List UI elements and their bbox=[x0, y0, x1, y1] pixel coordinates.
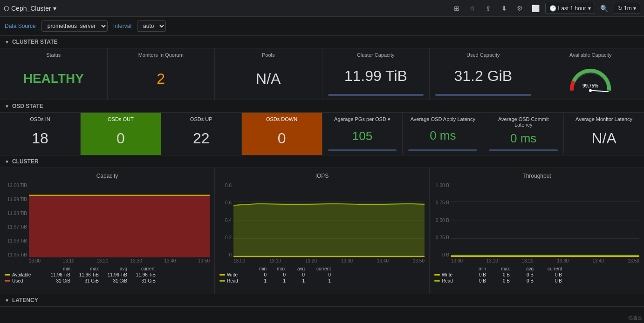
used-capacity-title: Used Capacity bbox=[435, 52, 531, 58]
iops-write-current: 0 bbox=[305, 272, 331, 277]
search-icon[interactable]: 🔍 bbox=[598, 2, 611, 15]
cap-used-label: Used bbox=[5, 278, 42, 283]
datasource-label: Data Source bbox=[5, 23, 36, 29]
latency-label: LATENCY bbox=[12, 297, 38, 303]
iops-leg-cur-hdr: current bbox=[305, 266, 331, 271]
iops-y-axis: 0.8 0.6 0.4 0.2 0 bbox=[219, 183, 233, 257]
throughput-y2: 0.25 B bbox=[434, 235, 449, 240]
tput-read-dot bbox=[434, 280, 440, 282]
avg-osd-commit-value: 0 ms bbox=[489, 131, 558, 146]
avg-pgs-card: Agerage PGs per OSD ▾ 105 bbox=[322, 113, 403, 155]
iops-read-max: 1 bbox=[267, 278, 286, 283]
tput-read-avg: 0 B bbox=[510, 278, 534, 283]
used-capacity-card: Used Capacity 31.2 GiB bbox=[430, 48, 537, 100]
cap-avail-label: Available bbox=[5, 272, 42, 277]
throughput-x-axis: 13:00 13:10 13:20 13:30 13:40 13:50 bbox=[434, 258, 639, 263]
cap-leg-cur-hdr: current bbox=[128, 266, 156, 271]
cluster-name[interactable]: ⬡ Ceph_Cluster ▾ bbox=[4, 5, 56, 12]
cap-avail-text: Available bbox=[12, 272, 31, 277]
osds-out-title: OSDs OUT bbox=[86, 116, 155, 122]
cluster-capacity-value: 11.99 TiB bbox=[328, 61, 424, 90]
refresh-icon: ↻ bbox=[618, 5, 623, 12]
status-value: HEALTHY bbox=[6, 61, 102, 96]
capacity-y2: 11.96 TiB bbox=[5, 238, 27, 243]
svg-marker-15 bbox=[233, 204, 425, 257]
share-icon[interactable]: ⇪ bbox=[482, 2, 495, 15]
save-icon[interactable]: ⬇ bbox=[498, 2, 511, 15]
cluster-capacity-title: Cluster Capacity bbox=[328, 52, 424, 58]
iops-x5: 13:40 bbox=[377, 258, 389, 263]
capacity-chart-panel: Capacity 12.00 TiB 11.99 TiB 11.98 TiB 1… bbox=[0, 168, 215, 294]
pools-title: Pools bbox=[220, 52, 316, 58]
tput-read-text: Read bbox=[442, 278, 453, 283]
time-label: Last 1 hour bbox=[558, 5, 586, 12]
iops-read-current: 1 bbox=[305, 278, 331, 283]
iops-chart-panel: IOPS 0.8 0.6 0.4 0.2 0 bbox=[215, 168, 430, 294]
cluster-header[interactable]: ▼ CLUSTER bbox=[0, 155, 644, 168]
capacity-x-axis: 13:00 13:10 13:20 13:30 13:40 13:50 bbox=[5, 258, 210, 263]
capacity-x5: 13:40 bbox=[164, 258, 176, 263]
tput-leg-avg-hdr: avg bbox=[510, 266, 534, 271]
add-panel-icon[interactable]: ⊞ bbox=[450, 2, 463, 15]
star-icon[interactable]: ☆ bbox=[466, 2, 479, 15]
iops-read-label: Read bbox=[219, 278, 247, 283]
capacity-y-axis: 12.00 TiB 11.99 TiB 11.98 TiB 11.97 TiB … bbox=[5, 183, 29, 257]
iops-read-dot bbox=[219, 280, 225, 282]
topbar-left: ⬡ Ceph_Cluster ▾ bbox=[4, 5, 56, 12]
avg-monitor-title: Average Monitor Latency bbox=[569, 116, 638, 122]
status-title: Status bbox=[6, 52, 102, 58]
tput-write-min: 0 B bbox=[463, 272, 486, 277]
osds-in-title: OSDs IN bbox=[6, 116, 75, 122]
datasource-select[interactable]: prometheus_server bbox=[41, 20, 108, 32]
interval-select[interactable]: auto bbox=[137, 20, 166, 32]
capacity-chart-area: 12.00 TiB 11.99 TiB 11.98 TiB 11.97 TiB … bbox=[5, 183, 210, 257]
cluster-state-label: CLUSTER STATE bbox=[12, 39, 58, 45]
throughput-legend-write: Write 0 B 0 B 0 B 0 B bbox=[434, 272, 639, 277]
tv-icon[interactable]: ⬜ bbox=[529, 2, 542, 15]
cluster-capacity-bar bbox=[328, 94, 424, 96]
cluster-icon: ⬡ bbox=[4, 5, 9, 12]
settings-icon[interactable]: ⚙ bbox=[514, 2, 527, 15]
osds-down-title: OSDs DOWN bbox=[247, 116, 316, 122]
avg-osd-apply-card: Average OSD Apply Latency 0 ms bbox=[403, 113, 483, 155]
iops-legend-read: Read 1 1 1 1 bbox=[219, 278, 425, 283]
svg-marker-9 bbox=[29, 195, 210, 257]
capacity-chart-title: Capacity bbox=[5, 173, 210, 179]
controls-bar: Data Source prometheus_server Interval a… bbox=[0, 17, 644, 36]
iops-chart-title: IOPS bbox=[219, 173, 425, 179]
cluster-chevron: ▼ bbox=[5, 159, 9, 164]
tput-read-min: 0 B bbox=[463, 278, 486, 283]
throughput-x3: 13:20 bbox=[522, 258, 534, 263]
avg-osd-commit-card: Average OSD Commit Latency 0 ms bbox=[483, 113, 564, 155]
svg-text:99.75%: 99.75% bbox=[582, 83, 598, 88]
iops-write-text: Write bbox=[227, 272, 238, 277]
capacity-y4: 11.98 TiB bbox=[5, 211, 27, 216]
throughput-y4: 0.75 B bbox=[434, 200, 449, 205]
osds-up-value: 22 bbox=[167, 126, 236, 151]
clock-icon: 🕐 bbox=[549, 5, 556, 12]
throughput-legend-header: min max avg current bbox=[434, 266, 639, 271]
throughput-chart-area: 1.00 B 0.75 B 0.50 B 0.25 B 0 B bbox=[434, 183, 639, 257]
monitors-title: Monitors In Quorum bbox=[113, 52, 209, 58]
avg-monitor-card: Average Monitor Latency N/A bbox=[564, 113, 644, 155]
tput-write-text: Write bbox=[442, 272, 452, 277]
iops-x1: 13:00 bbox=[233, 258, 245, 263]
cap-leg-min-hdr: min bbox=[42, 266, 70, 271]
iops-legend-header: min max avg current bbox=[219, 266, 425, 271]
cluster-state-header[interactable]: ▼ CLUSTER STATE bbox=[0, 36, 644, 48]
capacity-y5: 11.99 TiB bbox=[5, 197, 27, 202]
iops-read-text: Read bbox=[227, 278, 238, 283]
capacity-legend: min max avg current Available 11.96 TiB … bbox=[5, 266, 210, 283]
latency-header[interactable]: ▼ LATENCY bbox=[0, 294, 644, 307]
avg-pgs-title[interactable]: Agerage PGs per OSD ▾ bbox=[328, 116, 397, 122]
iops-write-label: Write bbox=[219, 272, 247, 277]
iops-read-avg: 1 bbox=[286, 278, 305, 283]
osd-state-header[interactable]: ▼ OSD STATE bbox=[0, 100, 644, 113]
osds-in-card: OSDs IN 18 bbox=[0, 113, 81, 155]
time-range-button[interactable]: 🕐 Last 1 hour ▾ bbox=[545, 3, 595, 14]
capacity-x1: 13:00 bbox=[29, 258, 41, 263]
tput-read-label: Read bbox=[434, 278, 462, 283]
avg-osd-commit-title: Average OSD Commit Latency bbox=[489, 116, 558, 128]
throughput-x2: 13:10 bbox=[486, 258, 498, 263]
refresh-button[interactable]: ↻ 1m ▾ bbox=[614, 3, 640, 14]
